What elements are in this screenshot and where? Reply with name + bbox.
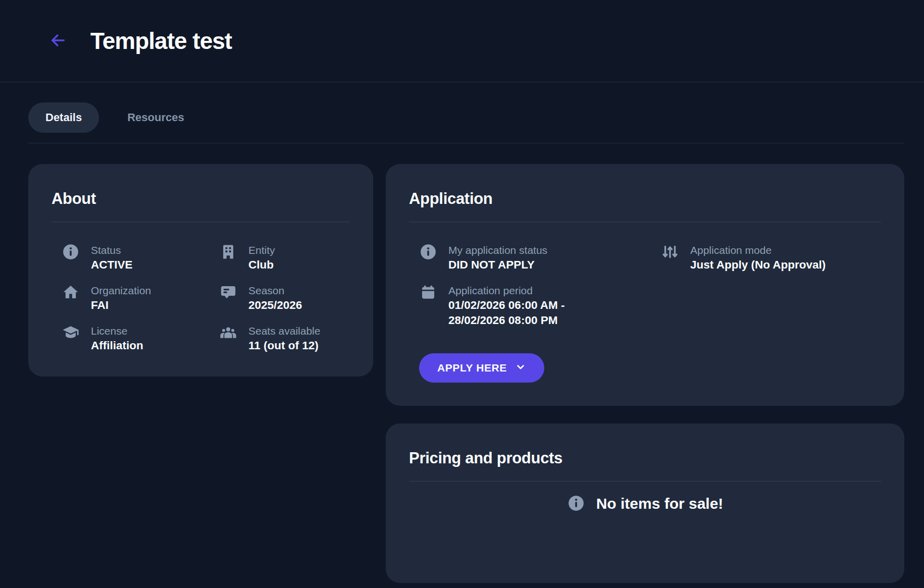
- item-label: Status: [91, 243, 133, 257]
- item-value: FAI: [91, 298, 151, 313]
- status-item: Status ACTIVE: [62, 243, 219, 273]
- seats-item: Seats available 11 (out of 12): [219, 324, 350, 353]
- info-circle-icon: [567, 495, 585, 513]
- item-label: Organization: [91, 284, 151, 298]
- application-status-item: My application status DID NOT APPLY: [419, 243, 547, 273]
- arrow-left-icon: [49, 31, 67, 51]
- item-value: ACTIVE: [91, 257, 133, 273]
- item-label: Entity: [248, 243, 275, 257]
- people-group-icon: [219, 324, 237, 342]
- info-circle-icon: [419, 243, 437, 261]
- chevron-down-icon: [515, 361, 526, 375]
- license-item: License Affiliation: [62, 324, 219, 353]
- building-icon: [219, 243, 237, 261]
- about-card: About Status ACTIVE: [28, 164, 373, 377]
- application-mode-item: Application mode Just Apply (No Approval…: [661, 243, 881, 383]
- item-label: Application period: [448, 284, 565, 298]
- tab-bar: Details Resources: [28, 102, 904, 133]
- about-card-title: About: [52, 190, 350, 207]
- item-value: 01/02/2026 06:00 AM - 28/02/2026 08:00 P…: [448, 298, 565, 328]
- item-label: Seats available: [248, 324, 320, 338]
- item-value: DID NOT APPLY: [448, 257, 547, 273]
- item-value: 11 (out of 12): [248, 338, 320, 353]
- chat-bubble-icon: [219, 284, 237, 302]
- item-label: Application mode: [690, 243, 826, 257]
- divider: [409, 481, 881, 482]
- house-icon: [62, 284, 80, 302]
- application-card: Application My application stat: [386, 164, 904, 406]
- graduation-cap-icon: [62, 324, 80, 342]
- item-label: My application status: [448, 243, 547, 257]
- divider: [409, 222, 881, 222]
- apply-here-button[interactable]: APPLY HERE: [419, 353, 544, 383]
- application-info-grid: My application status DID NOT APPLY: [409, 243, 881, 383]
- info-circle-icon: [62, 243, 80, 261]
- content-area: About Status ACTIVE: [28, 164, 904, 583]
- entity-item: Entity Club: [219, 243, 350, 273]
- season-item: Season 2025/2026: [219, 284, 350, 313]
- vertical-arrows-icon: [661, 243, 679, 261]
- tabs-divider: [28, 143, 904, 143]
- about-info-grid: Status ACTIVE Entity Club: [52, 243, 350, 353]
- right-column: Application My application stat: [386, 164, 904, 583]
- item-value: 2025/2026: [248, 298, 302, 313]
- divider: [52, 222, 350, 222]
- tab-resources[interactable]: Resources: [110, 102, 201, 133]
- apply-button-label: APPLY HERE: [437, 362, 507, 374]
- pricing-card: Pricing and products No items for sale!: [386, 423, 904, 583]
- item-value: Affiliation: [91, 338, 143, 353]
- calendar-icon: [419, 284, 437, 302]
- organization-item: Organization FAI: [62, 284, 219, 313]
- page-header: Template test: [0, 0, 924, 82]
- tab-details[interactable]: Details: [28, 102, 99, 133]
- application-card-title: Application: [409, 190, 881, 207]
- application-period-item: Application period 01/02/2026 06:00 AM -…: [419, 284, 565, 328]
- item-value: Just Apply (No Approval): [690, 257, 826, 273]
- back-button[interactable]: [48, 31, 68, 51]
- pricing-card-title: Pricing and products: [409, 450, 881, 467]
- page-title: Template test: [90, 27, 232, 55]
- item-value: Club: [248, 257, 275, 273]
- no-items-row: No items for sale!: [409, 495, 881, 513]
- item-label: Season: [248, 284, 302, 298]
- empty-message: No items for sale!: [596, 495, 724, 512]
- item-label: License: [91, 324, 143, 338]
- application-left-stack: My application status DID NOT APPLY: [419, 243, 661, 383]
